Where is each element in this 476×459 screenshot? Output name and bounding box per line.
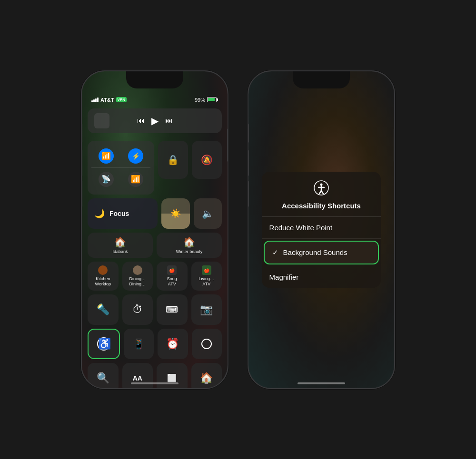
- signal-icon: [91, 98, 99, 102]
- svg-line-5: [321, 191, 323, 194]
- accessibility-icon: ♿: [97, 337, 110, 351]
- battery-icon: [207, 97, 218, 102]
- magnifier-item[interactable]: Magnifier: [262, 266, 381, 288]
- record-button[interactable]: [192, 329, 222, 359]
- appletv-icon-4: 🍎: [202, 265, 211, 275]
- flashlight-button[interactable]: 🔦: [88, 294, 119, 325]
- appletv-living[interactable]: 🍎 Living…ATV: [191, 262, 222, 291]
- popup-title: Accessibility Shortcuts: [282, 202, 361, 210]
- airdrop-icon: 📡: [99, 172, 114, 187]
- home-icon-2: 🏠: [183, 236, 195, 248]
- play-button[interactable]: ▶: [151, 115, 159, 127]
- timer-icon: ⏱: [132, 303, 143, 316]
- background-sounds-item[interactable]: ✓ Background Sounds: [264, 241, 379, 264]
- calculator-button[interactable]: ⌨: [157, 294, 188, 325]
- prev-button[interactable]: ⏮: [137, 117, 145, 125]
- status-bar: AT&T VPN 99%: [88, 95, 222, 105]
- reduce-white-point-item[interactable]: Reduce White Point: [262, 217, 381, 239]
- right-phone: Accessibility Shortcuts Reduce White Poi…: [248, 70, 395, 389]
- timer-button[interactable]: ⏱: [122, 294, 153, 325]
- camera-button[interactable]: 📷: [191, 294, 222, 325]
- homekit-idabank-label: Idabank: [112, 249, 128, 254]
- appletv-snug[interactable]: 🍎 SnugATV: [157, 262, 188, 291]
- battery-pct: 99%: [195, 97, 205, 103]
- clock-button[interactable]: ⏰: [158, 329, 188, 359]
- screen-mirror-icon: ⬜: [167, 373, 177, 382]
- screen-mirror-button[interactable]: ⬜: [157, 363, 188, 388]
- homekit-winter-label: Winter beauty: [176, 249, 203, 254]
- moon-icon: 🌙: [94, 208, 105, 219]
- magnifier-button[interactable]: 🔍: [88, 363, 119, 388]
- appletv-icon-3: 🍎: [167, 265, 177, 275]
- home-button[interactable]: 🏠: [191, 363, 222, 388]
- accessibility-header-icon: [314, 180, 329, 199]
- home-icon-1: 🏠: [114, 236, 126, 248]
- calculator-icon: ⌨: [166, 304, 178, 315]
- bluetooth-icon: ⚡: [128, 148, 143, 164]
- popup-header: Accessibility Shortcuts: [262, 172, 381, 217]
- flashlight-icon: 🔦: [97, 303, 109, 316]
- left-phone: AT&T VPN 99% ⏮ ▶: [81, 70, 228, 389]
- silent-button[interactable]: 🔈: [194, 198, 222, 229]
- wifi-button[interactable]: 📶: [91, 145, 121, 167]
- mute-button[interactable]: 🔕: [192, 141, 222, 179]
- mute-icon: 🔕: [201, 154, 213, 166]
- camera-icon: 📷: [200, 303, 213, 316]
- appletv-dining[interactable]: Dining…Dining…: [122, 262, 153, 291]
- home-control-icon: 🏠: [200, 372, 213, 384]
- accessibility-button[interactable]: ♿: [88, 329, 120, 359]
- text-size-icon: AA: [133, 374, 142, 382]
- connectivity-block: 📶 ⚡ 📡 📶: [88, 141, 154, 195]
- airdrop-button[interactable]: 📡: [91, 168, 121, 191]
- magnifier-icon: 🔍: [97, 372, 109, 384]
- text-size-button[interactable]: AA: [122, 363, 153, 388]
- media-player: ⏮ ▶ ⏭: [88, 108, 222, 133]
- appletv-icon-2: [133, 265, 142, 275]
- focus-label: Focus: [109, 210, 129, 217]
- clock-icon: ⏰: [166, 338, 179, 350]
- wifi-icon: 📶: [99, 148, 114, 164]
- homekit-idabank[interactable]: 🏠 Idabank: [88, 233, 153, 258]
- appletv-kitchen[interactable]: KitchenWorktop: [88, 262, 119, 291]
- accessibility-shortcuts-popup: Accessibility Shortcuts Reduce White Poi…: [262, 172, 381, 288]
- background-sounds-label: Background Sounds: [283, 248, 347, 256]
- record-icon: [201, 339, 212, 349]
- bluetooth-button[interactable]: ⚡: [121, 145, 150, 167]
- remote-icon: 📱: [133, 338, 145, 350]
- silent-icon: 🔈: [202, 208, 214, 219]
- magnifier-label: Magnifier: [269, 273, 299, 281]
- hotspot-icon: 📶: [128, 172, 143, 187]
- carrier-label: AT&T: [100, 97, 114, 103]
- vpn-badge: VPN: [116, 97, 127, 102]
- brightness-slider[interactable]: ☀️: [161, 198, 190, 229]
- remote-button[interactable]: 📱: [124, 329, 154, 359]
- hotspot-button[interactable]: 📶: [121, 168, 150, 191]
- rotation-lock-icon: 🔒: [167, 154, 179, 166]
- appletv-icon-1: [98, 265, 108, 275]
- rotation-lock-button[interactable]: 🔒: [158, 141, 188, 179]
- checkmark-icon: ✓: [272, 248, 278, 257]
- brightness-icon: ☀️: [170, 208, 181, 219]
- homekit-winter[interactable]: 🏠 Winter beauty: [157, 233, 222, 258]
- reduce-white-point-label: Reduce White Point: [269, 224, 333, 232]
- focus-button[interactable]: 🌙 Focus: [88, 198, 158, 229]
- home-indicator: [131, 382, 178, 384]
- home-indicator-right: [298, 382, 345, 384]
- next-button[interactable]: ⏭: [165, 117, 173, 125]
